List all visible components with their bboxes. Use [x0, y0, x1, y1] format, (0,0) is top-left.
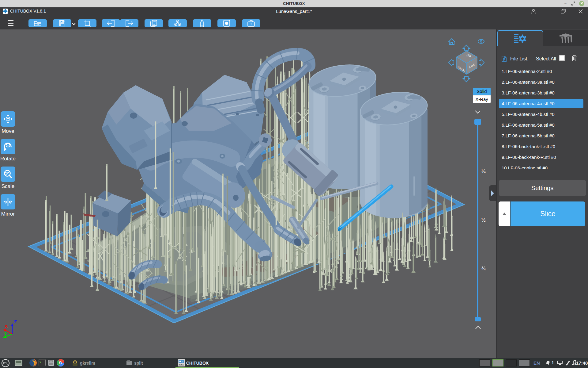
svg-text:Y: Y — [4, 331, 7, 336]
svg-text:X: X — [5, 324, 8, 329]
svg-text:Z: Z — [14, 319, 17, 324]
